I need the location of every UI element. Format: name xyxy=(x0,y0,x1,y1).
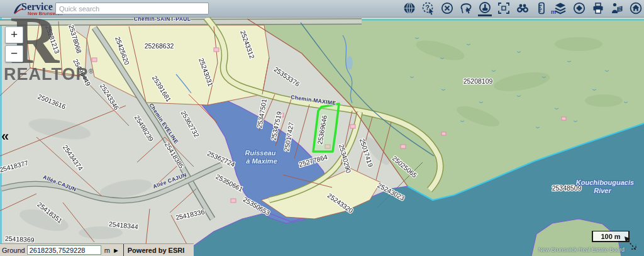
water-name-label: River xyxy=(594,187,611,194)
zoom-in-button[interactable]: + xyxy=(5,26,23,43)
divider xyxy=(123,244,124,256)
print-icon[interactable] xyxy=(591,1,605,16)
go-to-coordinate-button[interactable]: ► xyxy=(113,247,119,254)
attribution-label: New Brunswick Real Estate Board xyxy=(538,247,625,253)
find-binoculars-icon[interactable] xyxy=(516,1,530,16)
coordinate-input[interactable] xyxy=(27,245,101,255)
water-name-label: Ruisseau xyxy=(245,149,276,157)
map-viewer-window: 2528121325378068254964492542562025268632… xyxy=(0,0,644,256)
legend-icon[interactable] xyxy=(610,1,624,16)
water-name-label: à Maxime xyxy=(246,157,277,165)
zoom-controls: + − xyxy=(5,26,23,62)
resize-cursor-icon xyxy=(621,234,639,253)
top-toolbar: Service New Brunswick ? xyxy=(0,0,644,18)
coordinate-bar: Ground m ► Powered by ESRI xyxy=(0,243,194,256)
point-select-icon[interactable] xyxy=(478,1,492,16)
parcel-id-label: 25418369 xyxy=(5,235,35,243)
overview-globe-icon[interactable] xyxy=(402,1,416,16)
powered-by-esri-label: Powered by ESRI xyxy=(128,247,184,254)
search-input[interactable] xyxy=(55,3,209,14)
zoom-out-button[interactable]: − xyxy=(5,45,23,62)
clear-selection-icon[interactable] xyxy=(440,1,454,16)
water-name-label: Kouchibouguacis xyxy=(576,179,634,186)
zoom-extent-icon[interactable] xyxy=(497,1,511,16)
basemap-toggle-icon[interactable] xyxy=(572,1,586,16)
lasso-select-icon[interactable] xyxy=(459,1,473,16)
collapse-panel-arrow[interactable]: « xyxy=(1,130,9,143)
coordinate-system-label: Ground xyxy=(2,247,25,254)
map-canvas[interactable]: 2528121325378068254964492542562025268632… xyxy=(0,0,644,256)
measure-ruler-icon[interactable] xyxy=(535,1,548,16)
svg-text:?: ? xyxy=(425,4,430,11)
measure-unit-label: m xyxy=(551,9,556,15)
service-nb-logo: Service New Brunswick xyxy=(14,1,55,17)
tool-buttons: ? xyxy=(402,1,643,16)
identify-help-icon[interactable]: ? xyxy=(421,1,435,16)
coordinate-unit-label: m xyxy=(104,247,110,254)
home-icon[interactable] xyxy=(629,1,643,16)
parcel-id-label: 25208109 xyxy=(464,77,493,85)
parcel-id-label: 25268632 xyxy=(145,42,174,50)
